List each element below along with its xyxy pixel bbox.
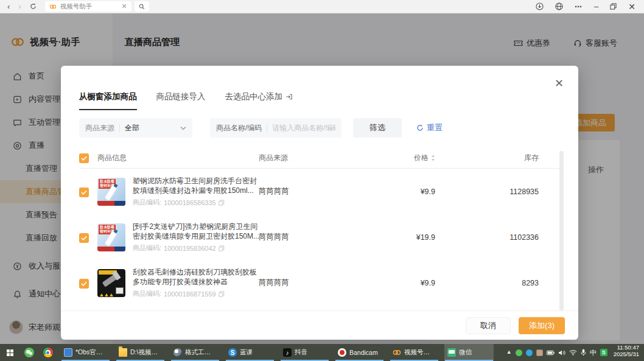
minimize-icon[interactable]: – [594,2,598,10]
bandicam-icon [338,348,346,357]
modal-close-icon[interactable]: ✕ [555,78,564,89]
task-douyin[interactable]: ♪抖音 [280,344,329,361]
product-price: ¥9.9 [350,188,435,196]
taskbar-clock[interactable]: 11:50:47 2025/5/31 [611,344,644,361]
forward-icon[interactable]: › [18,2,21,10]
folder-icon [119,348,127,357]
copy-icon[interactable] [219,245,225,251]
product-code: 商品编码:10000195836042 [133,244,262,253]
product-thumbnail: 防水防霉密封补漏 [97,223,125,251]
task-obs[interactable]: *Obs官网电脑... [61,344,110,361]
reset-button[interactable]: 重置 [416,122,443,133]
tray-expand-icon[interactable]: ▲ [506,349,512,355]
product-stock: 1128935 [435,188,539,196]
table-row[interactable]: 刮胶器毛刺修边清硅胶刮刀璃胶刮胶板多功能专用打胶美缝抹胶神器 商品编码:1000… [79,260,560,306]
restore-icon[interactable] [610,3,617,10]
product-source: 苘苘苘苘 [259,186,350,197]
system-tray: ▲ 中 S [506,344,611,361]
task-bandicam[interactable]: Bandicam [335,344,384,361]
tray-avatar-icon[interactable] [536,349,543,356]
back-icon[interactable]: ‹ [7,2,10,10]
table-row[interactable]: 防水防霉密封补漏 [到手2支送铲刀]强力塑钢泥厨房卫生间密封胶美缝填隙专用厨卫密… [79,214,560,260]
refresh-icon[interactable] [30,3,37,10]
product-code: 商品编码:10000186586335 [133,198,262,207]
product-source: 苘苘苘苘 [259,278,350,288]
product-price: ¥9.9 [350,279,435,287]
more-menu-icon[interactable]: ⋯ [575,2,583,11]
tray-s-icon[interactable]: S [600,349,607,356]
battery-icon[interactable] [547,350,555,356]
product-thumbnail [97,269,125,297]
table-row[interactable]: 防水防霉密封补漏 塑钢泥防水防霉卫生间厨房洗手台密封胶填缝剂美缝封边补漏专用胶1… [79,169,560,214]
task-wechat-window[interactable]: 微信 [444,344,494,361]
row-checkbox[interactable] [79,279,89,289]
row-checkbox[interactable] [79,188,89,197]
browser-bar: ‹ › 视频号助手 ✕ ⋯ – ✕ [0,0,644,13]
tab-link-import[interactable]: 商品链接导入 [156,91,206,103]
task-channels-live[interactable]: 视频号直播伴侣 [390,344,439,361]
tab-from-showcase[interactable]: 从橱窗添加商品 [79,91,137,103]
product-stock: 8293 [435,279,539,287]
screen: ‹ › 视频号助手 ✕ ⋯ – ✕ [0,0,644,361]
channels-logo-icon [49,3,57,10]
product-thumbnail: 防水防霉密封补漏 [97,178,125,206]
ime-indicator[interactable]: 中 [590,348,597,357]
browser-tab[interactable]: 视频号助手 ✕ [45,1,131,12]
product-name: 刮胶器毛刺修边清硅胶刮刀璃胶刮胶板多功能专用打胶美缝抹胶神器 [133,267,262,287]
taskbar: *Obs官网电脑... D:\视频号直播... 格式工厂 X64 ... S蓝课… [0,344,644,361]
format-factory-icon [173,348,182,357]
modal-scrollbar[interactable] [559,151,564,310]
chevron-down-icon [180,126,186,130]
search-input[interactable] [272,124,335,132]
task-lanke[interactable]: S蓝课 [225,344,275,361]
tab-selection-center[interactable]: 去选品中心添加 [225,91,293,103]
search-icon [139,4,145,10]
s-logo-icon: S [228,348,237,357]
check-icon [81,156,87,161]
tray-telegram-icon[interactable] [526,349,533,356]
external-link-icon [285,93,293,100]
cancel-button[interactable]: 取消 [466,317,511,334]
product-name: 塑钢泥防水防霉卫生间厨房洗手台密封胶填缝剂美缝封边补漏专用胶150ml... [133,176,262,195]
confirm-add-button[interactable]: 添加(3) [519,317,565,334]
copy-icon[interactable] [219,200,225,206]
check-icon [81,236,87,240]
reset-icon [416,124,424,131]
product-source: 苘苘苘苘 [259,232,350,242]
sort-icon [431,155,435,161]
close-window-icon[interactable]: ✕ [628,2,635,11]
filter-button[interactable]: 筛选 [353,118,402,138]
product-code: 商品编码:10000186871559 [133,289,262,298]
select-all-checkbox[interactable] [79,153,89,163]
globe-icon[interactable] [555,2,563,10]
task-format-factory[interactable]: 格式工厂 X64 ... [170,344,220,361]
screen-share-icon [447,348,456,357]
channels-logo-icon [393,348,401,357]
windows-icon [7,349,13,356]
download-icon[interactable] [536,2,544,10]
start-button[interactable] [0,344,19,361]
clock-date: 2025/5/31 [614,351,639,357]
notepad-icon [64,348,72,357]
task-explorer[interactable]: D:\视频号直播... [116,344,165,361]
wifi-icon[interactable] [569,349,577,356]
modal-tabs: 从橱窗添加商品 商品链接导入 去选品中心添加 [79,91,293,103]
tray-wechat-icon[interactable] [516,349,522,356]
product-stock: 1102336 [435,233,539,242]
volume-icon[interactable] [558,349,565,356]
copy-icon[interactable] [219,291,225,297]
product-price: ¥19.9 [350,233,435,242]
douyin-icon: ♪ [283,348,292,357]
header-stock: 库存 [435,153,539,163]
taskbar-wechat-icon[interactable] [19,344,38,361]
header-product-info: 商品信息 [97,153,259,163]
tab-close-icon[interactable]: ✕ [121,3,127,10]
microphone-icon[interactable] [581,349,586,356]
tab-title: 视频号助手 [60,2,118,11]
source-select[interactable]: 商品来源 全部 [79,118,192,138]
browser-search-button[interactable] [135,1,149,12]
header-price[interactable]: 价格 [350,153,435,163]
taskbar-chrome-icon[interactable] [38,344,57,361]
row-checkbox[interactable] [79,233,89,243]
check-icon [81,190,87,195]
